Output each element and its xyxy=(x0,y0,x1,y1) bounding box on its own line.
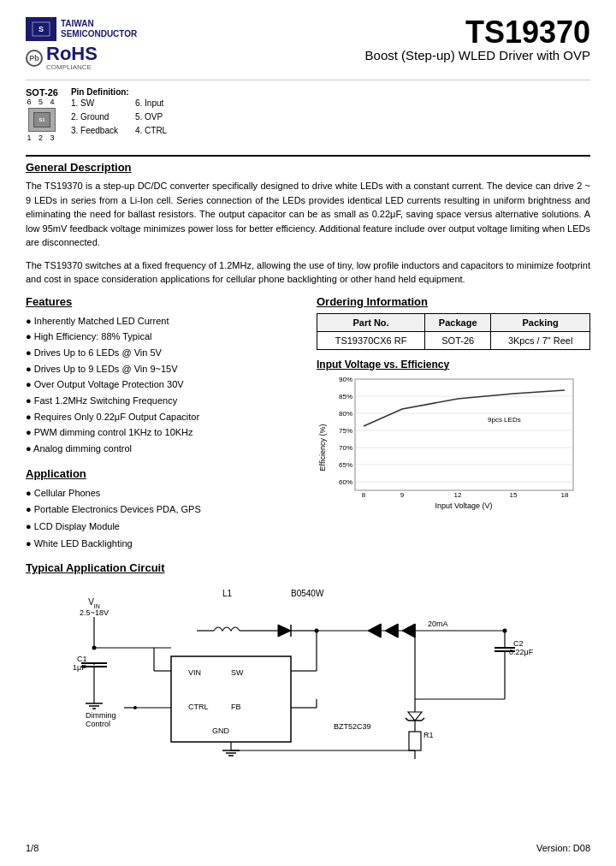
svg-text:65%: 65% xyxy=(339,461,352,469)
package-section: SOT-26 6 5 4 S1 1 2 3 Pin Definition: 1.… xyxy=(26,80,590,142)
general-description-section: General Description The TS19370 is a ste… xyxy=(26,161,590,287)
pin-6: 6. Input xyxy=(135,97,167,110)
svg-text:B0540W: B0540W xyxy=(291,589,324,598)
page: S TAIWAN SEMICONDUCTOR Pb RoHS COMPLIANC… xyxy=(0,0,616,866)
footer: 1/8 Version: D08 xyxy=(26,843,590,853)
svg-text:R1: R1 xyxy=(424,731,434,739)
col-part-no: Part No. xyxy=(317,313,425,331)
list-item: Portable Electronics Devices PDA, GPS xyxy=(26,501,299,519)
svg-text:2.5~18V: 2.5~18V xyxy=(80,608,109,617)
svg-marker-54 xyxy=(368,624,381,638)
list-item: Drives Up to 9 LEDs @ Vin 9~15V xyxy=(26,361,299,377)
cell-part-no: TS19370CX6 RF xyxy=(317,331,425,349)
svg-text:C1: C1 xyxy=(77,655,87,663)
svg-text:Efficiency (%): Efficiency (%) xyxy=(318,424,327,471)
svg-text:L1: L1 xyxy=(222,589,233,598)
svg-text:Input Voltage (V): Input Voltage (V) xyxy=(435,501,492,510)
svg-text:C2: C2 xyxy=(513,639,524,648)
ordering-table: Part No. Package Packing TS19370CX6 RF S… xyxy=(317,313,590,350)
features-section: Features Inherently Matched LED Current … xyxy=(26,295,299,457)
list-item: LCD Display Module xyxy=(26,519,299,536)
pin-col-right: 6. Input 5. OVP 4. CTRL xyxy=(135,97,167,138)
chart-title: Input Voltage vs. Efficiency xyxy=(317,359,590,371)
part-number: TS19370 xyxy=(365,17,590,48)
svg-text:75%: 75% xyxy=(339,427,352,435)
page-number: 1/8 xyxy=(26,843,38,853)
part-subtitle: Boost (Step-up) WLED Driver with OVP xyxy=(365,48,590,62)
svg-marker-58 xyxy=(402,624,415,638)
pin-def-title: Pin Definition: xyxy=(71,87,129,97)
features-list: Inherently Matched LED Current High Effi… xyxy=(26,313,299,457)
application-list: Cellular Phones Portable Electronics Dev… xyxy=(26,485,299,553)
sot-label: SOT-26 xyxy=(26,87,58,98)
svg-text:CTRL: CTRL xyxy=(188,703,209,711)
svg-text:70%: 70% xyxy=(339,444,352,452)
efficiency-svg: Efficiency (%) 90% 85% 80% 75% 70% xyxy=(317,375,590,512)
svg-text:Dimming: Dimming xyxy=(86,711,116,720)
pb-icon: Pb xyxy=(26,50,43,67)
cell-package: SOT-26 xyxy=(425,331,491,349)
features-title: Features xyxy=(26,295,299,308)
svg-text:S: S xyxy=(38,25,44,33)
list-item: Fast 1.2MHz Switching Frequency xyxy=(26,393,299,409)
col-packing: Packing xyxy=(491,313,590,331)
rohs-badge: Pb RoHS COMPLIANCE xyxy=(26,44,137,71)
pin-5: 5. OVP xyxy=(135,110,167,124)
cell-packing: 3Kpcs / 7" Reel xyxy=(491,331,590,349)
col-package: Package xyxy=(425,313,491,331)
svg-text:FB: FB xyxy=(231,703,241,711)
svg-point-98 xyxy=(92,645,97,650)
header-left: S TAIWAN SEMICONDUCTOR Pb RoHS COMPLIANC… xyxy=(26,17,137,71)
efficiency-chart-section: Input Voltage vs. Efficiency Efficiency … xyxy=(317,359,590,512)
svg-text:SW: SW xyxy=(231,668,244,677)
application-title: Application xyxy=(26,467,299,480)
circuit-diagram: VIN 2.5~18V C1 1μF L xyxy=(26,579,590,768)
sot-package-image: SOT-26 6 5 4 S1 1 2 3 xyxy=(26,87,58,142)
list-item: Cellular Phones xyxy=(26,485,299,502)
svg-marker-85 xyxy=(408,712,422,721)
rohs-group: RoHS COMPLIANCE xyxy=(46,44,98,71)
general-desc-para2: The TS19370 switches at a fixed frequenc… xyxy=(26,258,590,287)
general-desc-title: General Description xyxy=(26,161,590,174)
list-item: Over Output Voltage Protection 30V xyxy=(26,377,299,393)
svg-text:85%: 85% xyxy=(339,393,352,400)
svg-text:VIN: VIN xyxy=(88,597,100,609)
pin-numbers-bottom: 1 2 3 xyxy=(27,133,56,142)
svg-text:60%: 60% xyxy=(339,478,352,486)
svg-marker-44 xyxy=(278,625,291,637)
svg-text:1μF: 1μF xyxy=(73,663,86,672)
pin-4: 4. CTRL xyxy=(135,124,167,138)
pin-1: 1. SW xyxy=(71,97,118,110)
circuit-svg: VIN 2.5~18V C1 1μF L xyxy=(26,579,590,768)
pin-2: 2. Ground xyxy=(71,110,118,124)
application-section: Application Cellular Phones Portable Ele… xyxy=(26,467,299,553)
header-right: TS19370 Boost (Step-up) WLED Driver with… xyxy=(365,17,590,62)
version-label: Version: D08 xyxy=(536,843,590,853)
chip-label: S1 xyxy=(38,117,44,122)
ts-logo-box: S xyxy=(26,17,56,41)
left-column: Features Inherently Matched LED Current … xyxy=(26,295,299,553)
two-column-section: Features Inherently Matched LED Current … xyxy=(26,295,590,553)
rohs-label: RoHS xyxy=(46,43,98,64)
svg-line-87 xyxy=(406,718,408,721)
svg-text:90%: 90% xyxy=(339,376,352,383)
svg-point-96 xyxy=(315,628,319,632)
svg-text:Control: Control xyxy=(86,720,110,728)
ordering-info-title: Ordering Information xyxy=(317,295,590,308)
list-item: High Efficiency: 88% Typical xyxy=(26,329,299,345)
svg-text:9pcs LEDs: 9pcs LEDs xyxy=(488,416,521,424)
list-item: PWM dimming control 1KHz to 10KHz xyxy=(26,424,299,441)
svg-rect-92 xyxy=(409,732,421,750)
svg-text:9: 9 xyxy=(400,491,405,499)
svg-point-76 xyxy=(133,706,137,709)
right-column: Ordering Information Part No. Package Pa… xyxy=(317,295,590,553)
list-item: Inherently Matched LED Current xyxy=(26,313,299,329)
pin-3: 3. Feedback xyxy=(71,124,118,138)
rohs-compliance: COMPLIANCE xyxy=(46,63,98,71)
company-name-text: TAIWAN SEMICONDUCTOR xyxy=(61,19,137,39)
table-header-row: Part No. Package Packing xyxy=(317,313,590,331)
svg-text:BZT52C39: BZT52C39 xyxy=(334,722,371,731)
sot-chip-inner: S1 xyxy=(33,112,50,128)
chart-area: Efficiency (%) 90% 85% 80% 75% 70% xyxy=(317,375,590,512)
header: S TAIWAN SEMICONDUCTOR Pb RoHS COMPLIANC… xyxy=(26,17,590,71)
